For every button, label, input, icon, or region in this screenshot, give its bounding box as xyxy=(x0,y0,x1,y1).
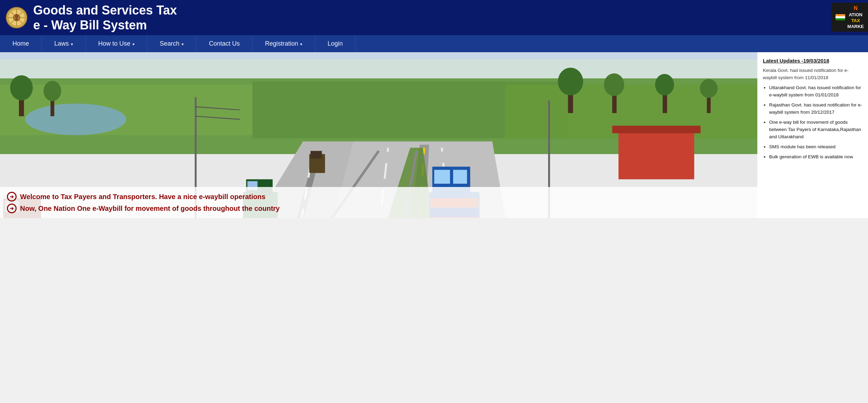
svg-rect-49 xyxy=(453,170,467,184)
arrow-icon-1: ➔ xyxy=(7,192,17,201)
nav-contact-us[interactable]: Contact Us xyxy=(196,35,252,52)
nav-login[interactable]: Login xyxy=(315,35,355,52)
svg-point-30 xyxy=(655,74,674,95)
right-logo: N ATION TAX MARKE xyxy=(831,0,868,35)
hero-text-overlay: ➔ Welcome to Tax Payers and Transporters… xyxy=(0,187,757,218)
svg-rect-34 xyxy=(612,126,701,133)
svg-point-32 xyxy=(700,79,718,98)
svg-rect-33 xyxy=(619,129,694,179)
svg-point-22 xyxy=(10,75,33,101)
svg-point-26 xyxy=(558,68,583,95)
list-item: Rajasthan Govt. has issued notification … xyxy=(769,102,862,116)
nav-laws[interactable]: Laws ▾ xyxy=(42,35,86,52)
hero-section: ➔ Welcome to Tax Payers and Transporters… xyxy=(0,52,757,218)
site-header: Goods and Services Tax e - Way Bill Syst… xyxy=(0,0,868,35)
laws-dropdown-caret: ▾ xyxy=(71,42,73,47)
list-item: Uttarakhand Govt. has issued notificatio… xyxy=(769,84,862,99)
svg-rect-48 xyxy=(434,170,450,184)
svg-point-28 xyxy=(604,74,624,96)
list-item: SMS module has been released xyxy=(769,143,862,151)
nav-search[interactable]: Search ▾ xyxy=(147,35,196,52)
updates-title: Latest Updates -19/03/2018 xyxy=(763,58,862,64)
list-item: One e-way bill for movement of goods bet… xyxy=(769,119,862,141)
hero-line1: ➔ Welcome to Tax Payers and Transporters… xyxy=(7,192,750,201)
svg-point-13 xyxy=(15,17,18,21)
nav-registration[interactable]: Registration ▾ xyxy=(252,35,315,52)
india-flag-icon xyxy=(835,14,845,20)
svg-point-20 xyxy=(25,104,126,135)
registration-dropdown-caret: ▾ xyxy=(300,42,302,47)
nav-how-to-use[interactable]: How to Use ▾ xyxy=(86,35,147,52)
hero-line2: ➔ Now, One Nation One e-Waybill for move… xyxy=(7,204,750,213)
updates-truncated: Kerala Govt. had issued notification for… xyxy=(763,67,862,82)
how-to-use-dropdown-caret: ▾ xyxy=(132,42,135,47)
arrow-icon-2: ➔ xyxy=(7,204,17,213)
main-content: ➔ Welcome to Tax Payers and Transporters… xyxy=(0,52,868,218)
main-navbar: Home Laws ▾ How to Use ▾ Search ▾ Contac… xyxy=(0,35,868,52)
updates-list: Uttarakhand Govt. has issued notificatio… xyxy=(763,84,862,160)
svg-rect-62 xyxy=(311,151,322,159)
svg-point-24 xyxy=(44,81,61,101)
updates-panel: Latest Updates -19/03/2018 Kerala Govt. … xyxy=(757,52,868,218)
search-dropdown-caret: ▾ xyxy=(182,42,184,47)
site-title: Goods and Services Tax e - Way Bill Syst… xyxy=(33,3,177,32)
emblem-icon xyxy=(6,7,28,29)
nav-home[interactable]: Home xyxy=(0,35,42,52)
tax-market-badge: N ATION TAX MARKE xyxy=(847,5,864,29)
list-item: Bulk generation of EWB is available now xyxy=(769,153,862,161)
